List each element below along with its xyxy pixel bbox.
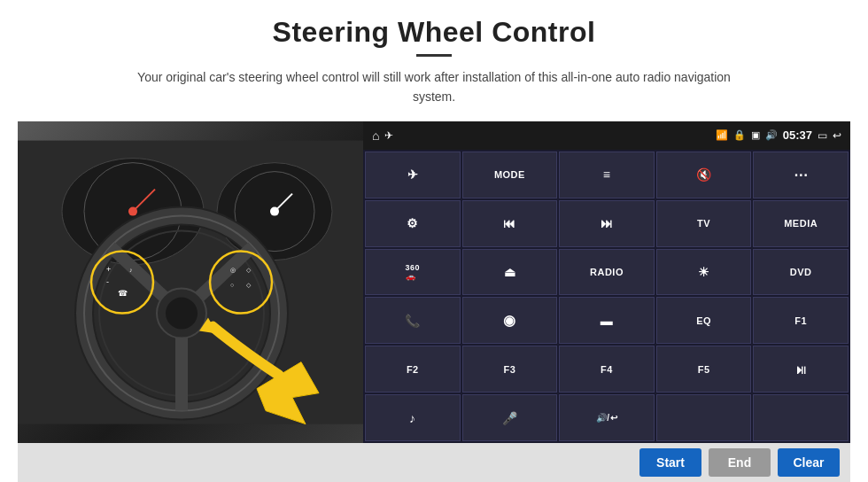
wifi-icon: 📶	[716, 129, 728, 141]
media-button[interactable]: MEDIA	[753, 200, 849, 247]
clear-button[interactable]: Clear	[778, 448, 840, 477]
next-track-button[interactable]: ⏭	[559, 200, 655, 247]
svg-text:○: ○	[230, 281, 234, 287]
end-button[interactable]: End	[709, 448, 771, 477]
steering-wheel-image: + ♪ - ☎ ◎ ◇ ○ ◇	[18, 121, 363, 443]
svg-point-17	[166, 297, 198, 329]
lock-icon: 🔒	[733, 129, 746, 141]
svg-text:+: +	[106, 264, 111, 273]
panel-topbar: ⌂ ✈ 📶 🔒 ▣ 🔊 05:37 ▭ ↩	[363, 121, 850, 150]
svg-text:♪: ♪	[129, 266, 133, 272]
f3-button[interactable]: F3	[462, 346, 558, 393]
content-row: + ♪ - ☎ ◎ ◇ ○ ◇	[18, 121, 850, 443]
play-pause-button[interactable]: ⏯	[753, 346, 849, 393]
f4-button[interactable]: F4	[559, 346, 655, 393]
screen-button[interactable]: ▬	[559, 297, 655, 344]
tv-button[interactable]: TV	[656, 200, 752, 247]
f5-button[interactable]: F5	[656, 346, 752, 393]
svg-text:☎: ☎	[118, 288, 128, 297]
brightness-button[interactable]: ☀	[656, 249, 752, 296]
nav-button[interactable]: ✈	[365, 152, 461, 198]
empty-btn-4	[656, 394, 752, 441]
phone-button[interactable]: 📞	[365, 297, 461, 344]
settings-button[interactable]: ⚙	[365, 200, 461, 247]
eq-button[interactable]: EQ	[656, 297, 752, 344]
control-panel: ⌂ ✈ 📶 🔒 ▣ 🔊 05:37 ▭ ↩ ✈ MODE ≡	[363, 121, 850, 443]
start-button[interactable]: Start	[639, 448, 701, 477]
title-divider	[416, 54, 452, 57]
navi-button[interactable]: ◉	[462, 297, 558, 344]
f2-button[interactable]: F2	[365, 346, 461, 393]
page-title: Steering Wheel Control	[273, 16, 596, 49]
topbar-left: ⌂ ✈	[372, 128, 393, 143]
home-icon[interactable]: ⌂	[372, 128, 379, 143]
dvd-button[interactable]: DVD	[753, 249, 849, 296]
f1-button[interactable]: F1	[753, 297, 849, 344]
volume-hangup-button[interactable]: 🔊/↩	[559, 394, 655, 441]
recent-apps-icon[interactable]: ▭	[818, 129, 827, 142]
music-button[interactable]: ♪	[365, 394, 461, 441]
mode-button[interactable]: MODE	[462, 152, 558, 198]
mute-button[interactable]: 🔇	[656, 152, 752, 198]
topbar-status-icons: 📶 🔒 ▣ 🔊 05:37 ▭ ↩	[716, 128, 841, 142]
clock-display: 05:37	[783, 128, 812, 142]
eject-button[interactable]: ⏏	[462, 249, 558, 296]
svg-text:◎: ◎	[230, 266, 236, 272]
empty-btn-5	[753, 394, 849, 441]
nav-arrow-icon: ✈	[384, 129, 393, 142]
svg-text:-: -	[106, 276, 109, 285]
list-button[interactable]: ≡	[559, 152, 655, 198]
prev-track-button[interactable]: ⏮	[462, 200, 558, 247]
sd-icon: ▣	[751, 129, 760, 141]
page-subtitle: Your original car's steering wheel contr…	[124, 67, 744, 107]
bluetooth-icon: 🔊	[765, 129, 778, 141]
page: Steering Wheel Control Your original car…	[0, 0, 868, 482]
camera360-button[interactable]: 360🚗	[365, 249, 461, 296]
apps-button[interactable]: ⋯	[753, 152, 849, 198]
mic-button[interactable]: 🎤	[462, 394, 558, 441]
button-grid: ✈ MODE ≡ 🔇 ⋯ ⚙ ⏮ ⏭ TV MEDIA 360🚗 ⏏ RADIO…	[363, 150, 850, 443]
radio-button[interactable]: RADIO	[559, 249, 655, 296]
back-navigation-icon[interactable]: ↩	[833, 129, 841, 142]
bottom-bar: Start End Clear	[18, 443, 850, 482]
